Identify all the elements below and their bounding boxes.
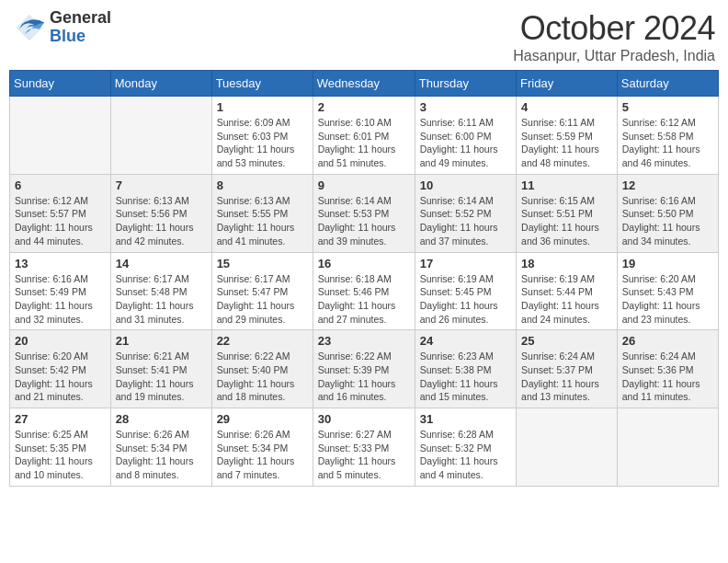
- day-number: 19: [622, 257, 713, 270]
- day-number: 2: [318, 100, 410, 114]
- month-title: October 2024: [513, 9, 715, 48]
- day-info: Sunrise: 6:14 AMSunset: 5:52 PMDaylight:…: [420, 194, 511, 248]
- day-number: 9: [318, 178, 410, 192]
- calendar-cell: 13Sunrise: 6:16 AMSunset: 5:49 PMDayligh…: [10, 252, 111, 330]
- day-number: 17: [420, 257, 511, 270]
- day-number: 4: [521, 100, 612, 114]
- calendar-cell: 15Sunrise: 6:17 AMSunset: 5:47 PMDayligh…: [211, 252, 313, 330]
- day-info: Sunrise: 6:13 AMSunset: 5:55 PMDaylight:…: [217, 194, 308, 248]
- day-number: 1: [217, 100, 308, 114]
- page-header: General Blue October 2024 Hasanpur, Utta…: [9, 9, 719, 64]
- title-block: October 2024 Hasanpur, Uttar Pradesh, In…: [513, 9, 715, 64]
- day-info: Sunrise: 6:22 AMSunset: 5:39 PMDaylight:…: [318, 350, 410, 404]
- weekday-header: Monday: [110, 71, 211, 97]
- day-info: Sunrise: 6:28 AMSunset: 5:32 PMDaylight:…: [420, 428, 511, 482]
- calendar-table: SundayMondayTuesdayWednesdayThursdayFrid…: [9, 70, 719, 487]
- day-number: 7: [116, 178, 207, 192]
- day-info: Sunrise: 6:15 AMSunset: 5:51 PMDaylight:…: [521, 194, 612, 248]
- day-info: Sunrise: 6:16 AMSunset: 5:50 PMDaylight:…: [622, 194, 713, 248]
- day-number: 8: [217, 178, 308, 192]
- logo-blue: Blue: [50, 28, 111, 46]
- day-info: Sunrise: 6:12 AMSunset: 5:57 PMDaylight:…: [15, 194, 106, 248]
- day-number: 24: [420, 334, 511, 348]
- calendar-cell: 5Sunrise: 6:12 AMSunset: 5:58 PMDaylight…: [617, 97, 718, 175]
- calendar-cell: 6Sunrise: 6:12 AMSunset: 5:57 PMDaylight…: [10, 174, 111, 252]
- calendar-cell: 1Sunrise: 6:09 AMSunset: 6:03 PMDaylight…: [211, 97, 313, 175]
- day-info: Sunrise: 6:26 AMSunset: 5:34 PMDaylight:…: [217, 428, 308, 482]
- calendar-cell: 22Sunrise: 6:22 AMSunset: 5:40 PMDayligh…: [211, 330, 313, 408]
- day-number: 22: [217, 334, 308, 348]
- calendar-cell: 7Sunrise: 6:13 AMSunset: 5:56 PMDaylight…: [110, 174, 211, 252]
- day-info: Sunrise: 6:23 AMSunset: 5:38 PMDaylight:…: [420, 350, 511, 404]
- logo-general: General: [50, 9, 111, 28]
- weekday-header: Tuesday: [211, 71, 313, 97]
- calendar-week-row: 13Sunrise: 6:16 AMSunset: 5:49 PMDayligh…: [10, 252, 719, 330]
- day-info: Sunrise: 6:11 AMSunset: 6:00 PMDaylight:…: [420, 116, 511, 170]
- day-number: 23: [318, 334, 410, 348]
- calendar-cell: 31Sunrise: 6:28 AMSunset: 5:32 PMDayligh…: [415, 408, 516, 487]
- day-number: 30: [318, 412, 410, 426]
- calendar-cell: 28Sunrise: 6:26 AMSunset: 5:34 PMDayligh…: [110, 408, 211, 487]
- day-number: 6: [15, 178, 106, 192]
- day-number: 21: [116, 334, 207, 348]
- calendar-cell: 12Sunrise: 6:16 AMSunset: 5:50 PMDayligh…: [617, 174, 718, 252]
- day-info: Sunrise: 6:17 AMSunset: 5:47 PMDaylight:…: [217, 272, 308, 327]
- day-number: 10: [420, 178, 511, 192]
- day-number: 25: [521, 334, 612, 348]
- day-info: Sunrise: 6:20 AMSunset: 5:43 PMDaylight:…: [622, 272, 713, 327]
- day-info: Sunrise: 6:24 AMSunset: 5:36 PMDaylight:…: [622, 350, 713, 404]
- calendar-cell: 27Sunrise: 6:25 AMSunset: 5:35 PMDayligh…: [10, 408, 111, 487]
- day-info: Sunrise: 6:25 AMSunset: 5:35 PMDaylight:…: [15, 428, 106, 482]
- calendar-cell: 4Sunrise: 6:11 AMSunset: 5:59 PMDaylight…: [517, 97, 618, 175]
- day-number: 13: [15, 257, 106, 270]
- calendar-cell: [517, 408, 618, 487]
- calendar-cell: 19Sunrise: 6:20 AMSunset: 5:43 PMDayligh…: [617, 252, 718, 330]
- calendar-week-row: 27Sunrise: 6:25 AMSunset: 5:35 PMDayligh…: [10, 408, 719, 487]
- day-info: Sunrise: 6:21 AMSunset: 5:41 PMDaylight:…: [116, 350, 207, 404]
- day-info: Sunrise: 6:17 AMSunset: 5:48 PMDaylight:…: [116, 272, 207, 327]
- day-info: Sunrise: 6:22 AMSunset: 5:40 PMDaylight:…: [217, 350, 308, 404]
- day-info: Sunrise: 6:26 AMSunset: 5:34 PMDaylight:…: [116, 428, 207, 482]
- calendar-cell: 23Sunrise: 6:22 AMSunset: 5:39 PMDayligh…: [313, 330, 415, 408]
- calendar-cell: [617, 408, 718, 487]
- logo-icon: [13, 11, 46, 44]
- calendar-cell: 9Sunrise: 6:14 AMSunset: 5:53 PMDaylight…: [313, 174, 415, 252]
- logo: General Blue: [13, 9, 111, 46]
- calendar-cell: 11Sunrise: 6:15 AMSunset: 5:51 PMDayligh…: [517, 174, 618, 252]
- day-info: Sunrise: 6:24 AMSunset: 5:37 PMDaylight:…: [521, 350, 612, 404]
- day-number: 18: [521, 257, 612, 270]
- day-info: Sunrise: 6:20 AMSunset: 5:42 PMDaylight:…: [15, 350, 106, 404]
- day-number: 20: [15, 334, 106, 348]
- day-info: Sunrise: 6:18 AMSunset: 5:46 PMDaylight:…: [318, 272, 410, 327]
- calendar-cell: [110, 97, 211, 175]
- weekday-header: Friday: [517, 71, 618, 97]
- day-number: 11: [521, 178, 612, 192]
- day-number: 28: [116, 412, 207, 426]
- day-info: Sunrise: 6:14 AMSunset: 5:53 PMDaylight:…: [318, 194, 410, 248]
- day-number: 5: [622, 100, 713, 114]
- location-title: Hasanpur, Uttar Pradesh, India: [513, 48, 715, 64]
- calendar-cell: 29Sunrise: 6:26 AMSunset: 5:34 PMDayligh…: [211, 408, 313, 487]
- day-number: 15: [217, 257, 308, 270]
- day-info: Sunrise: 6:27 AMSunset: 5:33 PMDaylight:…: [318, 428, 410, 482]
- weekday-header: Saturday: [617, 71, 718, 97]
- weekday-header: Sunday: [10, 71, 111, 97]
- calendar-cell: 14Sunrise: 6:17 AMSunset: 5:48 PMDayligh…: [110, 252, 211, 330]
- calendar-cell: 8Sunrise: 6:13 AMSunset: 5:55 PMDaylight…: [211, 174, 313, 252]
- day-info: Sunrise: 6:16 AMSunset: 5:49 PMDaylight:…: [15, 272, 106, 327]
- day-info: Sunrise: 6:19 AMSunset: 5:44 PMDaylight:…: [521, 272, 612, 327]
- calendar-cell: 10Sunrise: 6:14 AMSunset: 5:52 PMDayligh…: [415, 174, 516, 252]
- weekday-header: Thursday: [415, 71, 516, 97]
- calendar-cell: 3Sunrise: 6:11 AMSunset: 6:00 PMDaylight…: [415, 97, 516, 175]
- day-number: 31: [420, 412, 511, 426]
- day-number: 29: [217, 412, 308, 426]
- calendar-cell: 18Sunrise: 6:19 AMSunset: 5:44 PMDayligh…: [517, 252, 618, 330]
- calendar-cell: 20Sunrise: 6:20 AMSunset: 5:42 PMDayligh…: [10, 330, 111, 408]
- day-info: Sunrise: 6:09 AMSunset: 6:03 PMDaylight:…: [217, 116, 308, 170]
- day-info: Sunrise: 6:11 AMSunset: 5:59 PMDaylight:…: [521, 116, 612, 170]
- day-number: 3: [420, 100, 511, 114]
- weekday-header-row: SundayMondayTuesdayWednesdayThursdayFrid…: [10, 71, 719, 97]
- calendar-cell: 16Sunrise: 6:18 AMSunset: 5:46 PMDayligh…: [313, 252, 415, 330]
- weekday-header: Wednesday: [313, 71, 415, 97]
- day-number: 12: [622, 178, 713, 192]
